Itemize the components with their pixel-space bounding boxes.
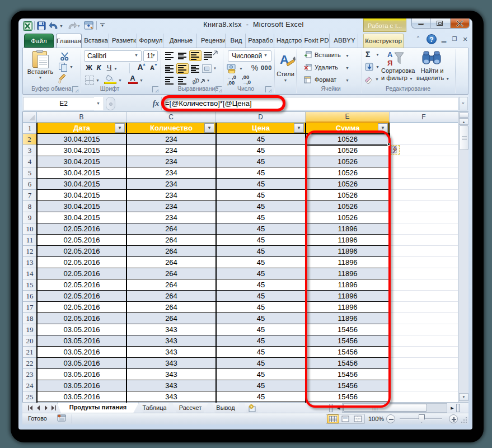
svg-text:ab: ab — [193, 76, 201, 85]
svg-text:Я: Я — [387, 59, 392, 67]
svg-text:А: А — [387, 50, 393, 59]
